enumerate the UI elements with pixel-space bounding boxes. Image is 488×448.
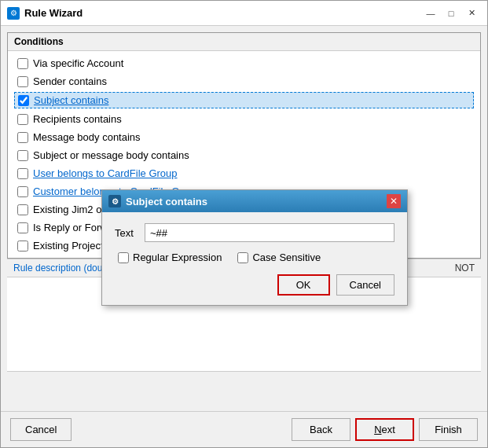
maximize-button[interactable]: □	[442, 6, 460, 21]
label-subject-or-body: Subject or message body contains	[33, 149, 189, 161]
dialog-title: Subject contains	[126, 196, 382, 207]
checkbox-subject-or-body[interactable]	[17, 150, 28, 161]
ok-button[interactable]: OK	[277, 274, 330, 296]
dialog-close-button[interactable]: ✕	[387, 194, 401, 208]
condition-subject-contains[interactable]: Subject contains	[14, 92, 474, 108]
main-window: ⚙ Rule Wizard — □ ✕ Conditions Via speci…	[0, 0, 488, 448]
checkbox-subject-contains[interactable]	[18, 95, 29, 106]
window-title: Rule Wizard	[24, 7, 421, 19]
next-rest: ext	[382, 424, 395, 435]
checkbox-via-account[interactable]	[17, 58, 28, 69]
regular-expression-checkbox[interactable]	[118, 252, 129, 263]
label-user-belongs[interactable]: User belongs to CardFile Group	[33, 167, 178, 179]
condition-sender-contains[interactable]: Sender contains	[14, 74, 474, 89]
checkbox-is-reply[interactable]	[17, 222, 28, 233]
dialog-body: Text Regular Expression Case Sensitive	[102, 212, 407, 305]
bottom-bar: Cancel Back Next Finish	[1, 411, 487, 447]
app-icon: ⚙	[7, 7, 20, 20]
checkbox-user-belongs[interactable]	[17, 168, 28, 179]
window-controls: — □ ✕	[421, 6, 481, 21]
dialog-icon: ⚙	[108, 195, 121, 207]
dialog-cancel-button[interactable]: Cancel	[336, 274, 394, 296]
checkbox-customer-belongs[interactable]	[17, 186, 28, 197]
minimize-button[interactable]: —	[421, 6, 440, 21]
checkbox-existing-jim2[interactable]	[17, 204, 28, 215]
condition-via-account[interactable]: Via specific Account	[14, 56, 474, 71]
checkbox-sender-contains[interactable]	[17, 76, 28, 87]
checkbox-recipients-contains[interactable]	[17, 114, 28, 125]
text-input[interactable]	[145, 223, 394, 242]
bottom-left-buttons: Cancel	[10, 418, 72, 441]
regular-expression-item[interactable]: Regular Expression	[118, 252, 222, 263]
next-underline: N	[374, 424, 381, 435]
case-sensitive-label: Case Sensitive	[252, 252, 321, 263]
dialog-title-bar: ⚙ Subject contains ✕	[102, 190, 407, 212]
title-bar: ⚙ Rule Wizard — □ ✕	[1, 1, 487, 26]
dialog-buttons: OK Cancel	[115, 274, 394, 296]
dialog-checkboxes: Regular Expression Case Sensitive	[115, 252, 394, 263]
close-button[interactable]: ✕	[462, 6, 481, 21]
condition-message-body[interactable]: Message body contains	[14, 130, 474, 145]
condition-subject-or-body[interactable]: Subject or message body contains	[14, 148, 474, 163]
bottom-right-buttons: Back Next Finish	[292, 418, 478, 441]
subject-contains-dialog: ⚙ Subject contains ✕ Text Regular Expres…	[101, 189, 408, 306]
label-recipients-contains: Recipients contains	[33, 113, 122, 125]
case-sensitive-item[interactable]: Case Sensitive	[237, 252, 321, 263]
checkbox-message-body[interactable]	[17, 132, 28, 143]
text-field-label: Text	[115, 227, 138, 239]
not-label: NOT	[455, 263, 475, 274]
cancel-button[interactable]: Cancel	[10, 418, 72, 441]
next-button[interactable]: Next	[355, 418, 414, 441]
condition-recipients-contains[interactable]: Recipients contains	[14, 112, 474, 127]
content-container: Conditions Via specific Account Sender c…	[7, 32, 481, 405]
label-sender-contains: Sender contains	[33, 75, 107, 87]
back-button[interactable]: Back	[292, 418, 350, 441]
case-sensitive-checkbox[interactable]	[237, 252, 248, 263]
label-subject-contains[interactable]: Subject contains	[34, 94, 108, 106]
conditions-title: Conditions	[8, 33, 480, 51]
condition-user-belongs[interactable]: User belongs to CardFile Group	[14, 166, 474, 181]
main-content: Conditions Via specific Account Sender c…	[1, 26, 487, 411]
finish-button[interactable]: Finish	[419, 418, 478, 441]
dialog-text-row: Text	[115, 223, 394, 242]
checkbox-existing-project[interactable]	[17, 241, 28, 252]
regular-expression-label: Regular Expression	[133, 252, 222, 263]
label-via-account: Via specific Account	[33, 57, 123, 69]
label-message-body: Message body contains	[33, 131, 141, 143]
